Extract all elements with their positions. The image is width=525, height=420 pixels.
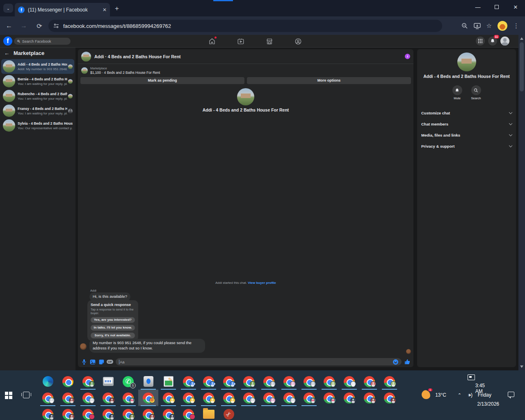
- taskbar-chrome-icon[interactable]: [199, 373, 219, 390]
- thumbs-up-icon[interactable]: [404, 359, 410, 365]
- chat-list-item[interactable]: Fransy - 4 Beds and 2 Baths Hou...You: I…: [1, 103, 74, 118]
- taskbar-edge-icon[interactable]: [38, 373, 58, 390]
- action-center-icon[interactable]: [508, 392, 514, 397]
- taskbar-folder-icon[interactable]: [199, 406, 219, 420]
- taskbar-chrome-icon[interactable]: [299, 390, 319, 406]
- taskbar-chrome-icon[interactable]: [379, 373, 399, 390]
- tray-date[interactable]: 2/13/2026: [477, 401, 499, 407]
- taskbar-notes-icon[interactable]: [158, 373, 178, 390]
- mute-button[interactable]: Mute: [452, 85, 462, 100]
- taskbar-snip-icon[interactable]: [219, 406, 239, 420]
- sticker-icon[interactable]: [98, 359, 104, 365]
- scroll-up-arrow[interactable]: [520, 37, 523, 40]
- taskbar-chrome-icon[interactable]: [58, 390, 78, 406]
- forward-button[interactable]: →: [19, 21, 29, 31]
- chat-list-item[interactable]: Addi - 4 Beds and 2 Baths House F...Addi…: [1, 59, 74, 74]
- taskbar-chrome-icon[interactable]: [78, 390, 98, 406]
- tray-day[interactable]: Friday: [478, 392, 491, 398]
- details-section-customize-chat[interactable]: Customize chat: [417, 107, 516, 119]
- search-in-conversation-button[interactable]: Search: [471, 85, 481, 100]
- url-text[interactable]: facebook.com/messages/t/886859994269762: [63, 23, 171, 29]
- mark-as-pending-button[interactable]: Mark as pending: [80, 77, 244, 84]
- taskbar-chrome-icon[interactable]: [259, 390, 279, 406]
- taskbar-monitor-icon[interactable]: [98, 373, 118, 390]
- taskbar-chrome-icon[interactable]: [359, 373, 379, 390]
- zoom-out-icon[interactable]: [461, 23, 468, 29]
- account-avatar[interactable]: [500, 37, 509, 46]
- taskbar-chrome-icon[interactable]: [118, 406, 138, 420]
- task-view-button[interactable]: [23, 392, 30, 398]
- info-icon[interactable]: i: [405, 54, 410, 59]
- taskbar-chrome-icon[interactable]: [158, 406, 178, 420]
- chat-header[interactable]: Addi · 4 Beds and 2 Baths House For Rent…: [78, 49, 413, 64]
- taskbar-chrome-icon[interactable]: [359, 390, 379, 406]
- taskbar-chrome-icon[interactable]: [158, 390, 178, 406]
- taskbar-chrome-icon[interactable]: [98, 390, 118, 406]
- taskbar-chrome-icon[interactable]: [78, 373, 98, 390]
- quick-response-button[interactable]: In talks. I'll let you know.: [91, 325, 135, 331]
- taskbar-chrome-icon[interactable]: [58, 373, 78, 390]
- watch-icon[interactable]: [236, 37, 246, 46]
- taskbar-contacts-icon[interactable]: [138, 373, 158, 390]
- install-icon[interactable]: [474, 23, 481, 29]
- photo-icon[interactable]: [90, 359, 96, 365]
- browser-tab[interactable]: f (11) Messenger | Facebook ✕: [15, 3, 110, 16]
- taskbar-chrome-icon[interactable]: [339, 373, 359, 390]
- home-icon[interactable]: [207, 37, 217, 46]
- facebook-logo[interactable]: f: [3, 37, 12, 46]
- bookmark-star-icon[interactable]: ☆: [486, 22, 492, 30]
- tab-search-button[interactable]: ⌄: [3, 4, 13, 13]
- notifications-bell-icon[interactable]: 11: [488, 37, 497, 46]
- page-scrollbar[interactable]: [518, 35, 525, 370]
- taskbar-chrome-icon[interactable]: [98, 406, 118, 420]
- emoji-icon[interactable]: [393, 359, 398, 365]
- new-tab-button[interactable]: +: [115, 5, 119, 13]
- more-options-button[interactable]: More options: [247, 77, 411, 84]
- marketplace-banner[interactable]: Marketplace $1,100 · 4 Beds and 2 Baths …: [78, 65, 413, 76]
- taskbar-chrome-icon[interactable]: [279, 373, 299, 390]
- maximize-button[interactable]: [487, 0, 506, 14]
- microphone-icon[interactable]: [81, 359, 87, 365]
- taskbar-chrome-icon[interactable]: [178, 406, 199, 420]
- quick-response-button[interactable]: Sorry, it's not available.: [91, 333, 135, 338]
- details-section-media-files-and-links[interactable]: Media, files and links: [417, 130, 516, 141]
- start-button[interactable]: [5, 392, 12, 399]
- taskbar-chrome-icon[interactable]: [38, 406, 58, 420]
- quick-response-button[interactable]: Yes, are you interested?: [91, 317, 135, 323]
- taskbar-chrome-icon[interactable]: [379, 390, 399, 406]
- taskbar-chrome-icon[interactable]: [239, 373, 259, 390]
- chat-list-item[interactable]: Bernie - 4 Beds and 2 Baths Hou...You: I…: [1, 74, 74, 89]
- tab-close-icon[interactable]: ✕: [103, 7, 107, 13]
- taskbar-chrome-icon[interactable]: [279, 390, 299, 406]
- taskbar-chrome-icon[interactable]: [319, 390, 339, 406]
- taskbar-chrome-icon[interactable]: [299, 373, 319, 390]
- refresh-button[interactable]: ⟳: [34, 21, 44, 31]
- taskbar-chrome-icon[interactable]: [259, 373, 279, 390]
- site-info-icon[interactable]: [53, 23, 59, 29]
- taskbar-chrome-icon[interactable]: [339, 390, 359, 406]
- taskbar-chrome-icon[interactable]: [78, 406, 98, 420]
- details-section-privacy-support[interactable]: Privacy & support: [417, 141, 516, 152]
- chat-list-item[interactable]: Sylvia - 4 Beds and 2 Baths House ...You…: [1, 118, 74, 133]
- network-icon[interactable]: [468, 374, 475, 380]
- gif-icon[interactable]: GIF: [107, 359, 113, 365]
- tray-temperature[interactable]: 13°C: [435, 392, 446, 398]
- view-buyer-profile-link[interactable]: View buyer profile: [248, 281, 276, 285]
- details-section-chat-members[interactable]: Chat members: [417, 119, 516, 130]
- taskbar-chrome-icon[interactable]: [239, 390, 259, 406]
- marketplace-icon[interactable]: [265, 37, 274, 46]
- browser-menu-icon[interactable]: ⋮: [513, 22, 519, 30]
- taskbar-chrome-icon[interactable]: [178, 373, 199, 390]
- weather-icon[interactable]: 1: [422, 390, 431, 400]
- taskbar-chrome-icon[interactable]: [138, 406, 158, 420]
- taskbar-whatsapp-icon[interactable]: 1: [118, 373, 138, 390]
- close-button[interactable]: ✕: [506, 0, 525, 14]
- back-button[interactable]: ←: [4, 21, 14, 31]
- taskbar-chrome-icon[interactable]: [178, 390, 199, 406]
- taskbar-chrome-icon[interactable]: [118, 390, 138, 406]
- taskbar-chrome-icon[interactable]: [219, 373, 239, 390]
- address-bar[interactable]: facebook.com/messages/t/886859994269762: [48, 20, 442, 32]
- message-input[interactable]: Aa: [116, 358, 402, 365]
- scroll-down-arrow[interactable]: [520, 365, 523, 368]
- taskbar-chrome-icon[interactable]: [138, 390, 158, 406]
